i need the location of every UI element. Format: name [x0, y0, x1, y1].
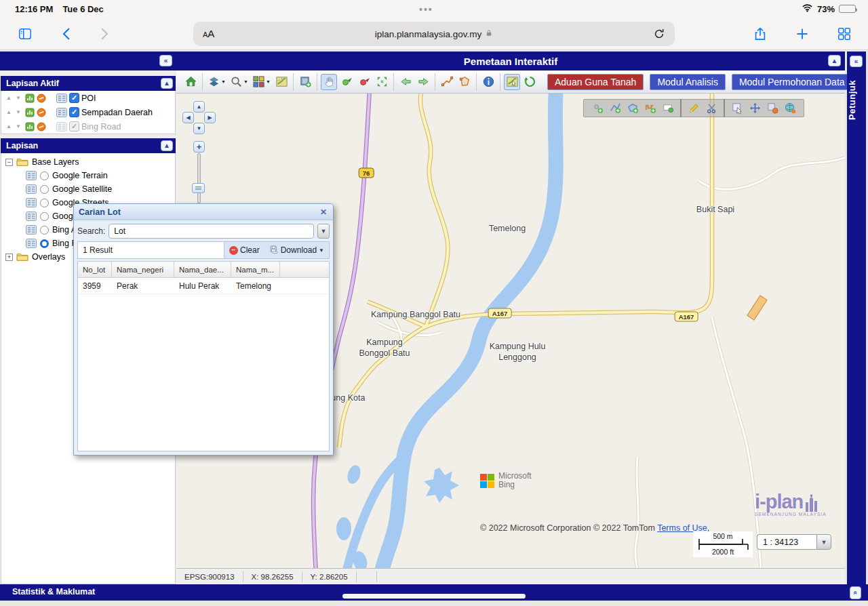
- nav-button-modul-permohonan-data[interactable]: Modul Permohonan Data: [732, 74, 852, 90]
- map-image-button[interactable]: [273, 74, 290, 90]
- pan-hand-button[interactable]: [321, 74, 337, 90]
- add-layer-button[interactable]: [297, 74, 313, 90]
- base-layer-radio[interactable]: [40, 239, 49, 248]
- move-up-icon[interactable]: ▲: [6, 109, 14, 115]
- draw-line-button[interactable]: [606, 100, 624, 116]
- base-layer-radio[interactable]: [40, 212, 49, 221]
- table-row[interactable]: 3959 Perak Hulu Perak Temelong: [78, 278, 329, 294]
- base-layer-radio[interactable]: [40, 226, 49, 235]
- zoom-slider-track[interactable]: [197, 153, 201, 203]
- reader-button[interactable]: AA: [203, 28, 214, 40]
- scale-dropdown-button[interactable]: ▼: [816, 534, 831, 550]
- search-input[interactable]: Lot: [108, 224, 314, 239]
- tab-petunjuk[interactable]: Petunjuk: [847, 80, 866, 120]
- select-shape-button[interactable]: [728, 100, 746, 116]
- close-icon[interactable]: ✕: [318, 207, 329, 218]
- collapse-node-icon[interactable]: −: [5, 159, 13, 166]
- refresh-button[interactable]: [521, 74, 538, 90]
- layers-button[interactable]: ▼: [206, 74, 227, 90]
- pan-right-button[interactable]: ▶: [204, 112, 216, 123]
- move-down-icon[interactable]: ▼: [16, 109, 23, 115]
- pan-down-button[interactable]: ▼: [193, 123, 205, 134]
- expand-node-icon[interactable]: +: [5, 254, 13, 261]
- layer-legend-icon[interactable]: [26, 239, 37, 248]
- base-layer-radio[interactable]: [40, 199, 49, 207]
- edit-pencil-button[interactable]: [685, 100, 703, 116]
- back-icon[interactable]: [58, 25, 76, 43]
- home-button[interactable]: [182, 74, 199, 90]
- layer-legend-icon[interactable]: [26, 171, 37, 180]
- move-button[interactable]: [746, 100, 764, 116]
- magnifier-button[interactable]: ▼: [229, 74, 250, 90]
- download-button[interactable]: Download ▼: [264, 245, 329, 256]
- tree-item-google-satellite[interactable]: Google Satellite: [1, 182, 175, 196]
- home-indicator[interactable]: [342, 594, 526, 599]
- layer-legend-icon[interactable]: [56, 108, 67, 117]
- sidebar-icon[interactable]: [16, 25, 34, 43]
- column-header[interactable]: Nama_m...: [231, 262, 280, 277]
- remove-layer-icon[interactable]: [37, 108, 46, 117]
- layer-checkbox[interactable]: ✓: [69, 107, 79, 117]
- zoom-extent-button[interactable]: [374, 74, 390, 90]
- collapse-panel-button[interactable]: ▲: [161, 78, 173, 89]
- search-dropdown-button[interactable]: ▼: [317, 224, 330, 239]
- prev-extent-button[interactable]: [397, 74, 414, 90]
- measure-area-button[interactable]: [456, 74, 473, 90]
- zoom-out-button[interactable]: [356, 74, 372, 90]
- layer-checkbox[interactable]: ✓: [69, 121, 79, 132]
- layer-stats-icon[interactable]: [25, 94, 35, 103]
- base-layer-radio[interactable]: [40, 171, 49, 180]
- select-map-button[interactable]: [504, 74, 520, 90]
- move-down-icon[interactable]: ▼: [16, 123, 23, 129]
- reload-icon[interactable]: [650, 25, 668, 43]
- zoom-in-button[interactable]: [338, 74, 355, 90]
- column-header[interactable]: No_lot: [78, 262, 112, 277]
- draw-polygon-button[interactable]: [624, 100, 642, 116]
- delete-shape-button[interactable]: [764, 100, 781, 116]
- collapse-panel-button[interactable]: ▲: [161, 140, 173, 151]
- collapse-sidebar-button[interactable]: «: [159, 55, 172, 66]
- move-up-icon[interactable]: ▲: [6, 95, 14, 101]
- forward-icon[interactable]: [95, 25, 113, 43]
- measure-length-button[interactable]: [439, 74, 455, 90]
- pan-up-button[interactable]: ▲: [193, 101, 205, 113]
- tree-item-google-terrain[interactable]: Google Terrain: [1, 169, 175, 182]
- layer-checkbox[interactable]: ✓: [69, 93, 79, 103]
- draw-point-button[interactable]: [589, 100, 606, 116]
- collapse-map-header-button[interactable]: ▲: [828, 55, 841, 66]
- cut-scissors-button[interactable]: [703, 100, 720, 116]
- move-up-icon[interactable]: ▲: [6, 123, 14, 129]
- tabs-icon[interactable]: [835, 25, 853, 43]
- layer-legend-icon[interactable]: [56, 94, 67, 103]
- nav-button-modul-analisis[interactable]: Modul Analisis: [650, 74, 726, 90]
- zoom-slider-handle[interactable]: [192, 183, 205, 193]
- base-layer-radio[interactable]: [40, 185, 49, 194]
- next-extent-button[interactable]: [415, 74, 431, 90]
- column-header[interactable]: Nama_negeri: [112, 262, 174, 277]
- tree-node-base-layers[interactable]: −Base Layers: [1, 155, 175, 169]
- layer-stats-icon[interactable]: [25, 108, 35, 117]
- layer-legend-icon[interactable]: [26, 225, 37, 235]
- globe-button[interactable]: [781, 100, 799, 116]
- draw-box-button[interactable]: [659, 100, 677, 116]
- layer-legend-icon[interactable]: [26, 184, 37, 194]
- share-icon[interactable]: [751, 25, 769, 43]
- layer-legend-icon[interactable]: [26, 211, 37, 221]
- address-bar[interactable]: AA iplan.planmalaysia.gov.my: [193, 22, 675, 46]
- scale-value[interactable]: 1 : 34123: [757, 534, 816, 550]
- remove-layer-icon[interactable]: [37, 94, 46, 103]
- clear-button[interactable]: − Clear: [224, 245, 264, 255]
- expand-right-panel-button[interactable]: «: [850, 56, 863, 67]
- move-down-icon[interactable]: ▼: [16, 95, 23, 101]
- new-tab-icon[interactable]: [793, 25, 811, 43]
- draw-fence-button[interactable]: [642, 100, 659, 116]
- legend-button[interactable]: ▼: [251, 74, 272, 90]
- layer-stats-icon[interactable]: [25, 122, 35, 132]
- info-button[interactable]: [480, 74, 496, 90]
- nav-button-aduan-guna-tanah[interactable]: Aduan Guna Tanah: [547, 74, 644, 90]
- zoom-in-button[interactable]: +: [193, 141, 205, 153]
- layer-legend-icon[interactable]: [56, 122, 67, 132]
- pan-left-button[interactable]: ◀: [182, 112, 194, 123]
- remove-layer-icon[interactable]: [37, 122, 46, 132]
- expand-statistics-button[interactable]: «: [850, 586, 861, 599]
